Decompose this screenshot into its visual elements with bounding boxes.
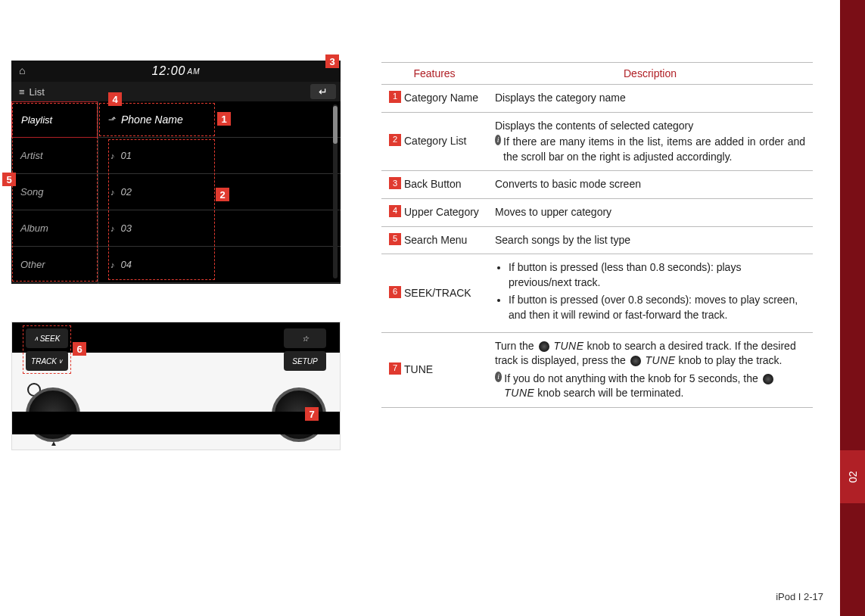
- desc-seek-track: If button is pressed (less than 0.8 seco…: [487, 254, 813, 332]
- info-icon: i: [495, 135, 501, 145]
- left-column: ⌂ 12:00AM ≡ List ↵ Playlist Artist Song …: [11, 61, 352, 450]
- hardware-control-panel: ∧SEEK TRACK∨ ☆ SETUP ▲ 6 7: [11, 322, 341, 450]
- knob-icon: [630, 356, 641, 366]
- info-icon: i: [495, 372, 502, 382]
- track-row-1[interactable]: ♪01: [98, 138, 341, 174]
- track-row-3[interactable]: ♪03: [98, 210, 341, 247]
- phone-name: Phone Name: [121, 114, 183, 126]
- feat-search-menu: 5Search Menu: [381, 226, 487, 254]
- desc-search-menu: Search songs by the list type: [487, 226, 813, 254]
- feat-seek-track: 6SEEK/TRACK: [381, 254, 487, 332]
- back-button[interactable]: ↵: [310, 84, 336, 99]
- track-row-4[interactable]: ♪04: [98, 247, 341, 283]
- note-icon: ♪: [110, 151, 115, 160]
- scrollbar[interactable]: [333, 104, 338, 278]
- desc-category-list: Displays the contents of selected catego…: [487, 112, 813, 171]
- th-features: Features: [381, 63, 487, 85]
- desc-back-button: Converts to basic mode screen: [487, 171, 813, 199]
- list-icon: ≡: [19, 86, 25, 98]
- menu-album[interactable]: Album: [11, 210, 98, 247]
- page-footer: iPod I 2-17: [776, 591, 823, 602]
- setup-button[interactable]: SETUP: [284, 351, 326, 371]
- feat-upper-category: 4Upper Category: [381, 198, 487, 226]
- up-arrow-icon: ⬏: [107, 114, 115, 125]
- track-label: 02: [121, 186, 132, 198]
- track-label: 01: [121, 150, 132, 161]
- seek-button[interactable]: ∧SEEK: [26, 328, 68, 348]
- callout-7: 7: [305, 407, 319, 421]
- infotainment-list-screen: ⌂ 12:00AM ≡ List ↵ Playlist Artist Song …: [11, 61, 341, 284]
- status-bar: ⌂ 12:00AM: [11, 61, 341, 82]
- menu-playlist[interactable]: Playlist: [11, 101, 98, 138]
- clock-ampm: AM: [188, 67, 201, 76]
- knob-icon: [539, 341, 549, 352]
- note-icon: ♪: [110, 260, 115, 269]
- features-table-container: Features Description 1Category Name Disp…: [381, 62, 813, 408]
- title-bar: ≡ List ↵: [11, 82, 341, 101]
- desc-upper-category: Moves to upper category: [487, 198, 813, 226]
- home-icon: ⌂: [19, 64, 26, 76]
- track-label: 04: [121, 259, 132, 270]
- feat-category-name: 1Category Name: [381, 85, 487, 113]
- track-button[interactable]: TRACK∨: [26, 351, 68, 371]
- eject-icon: ▲: [50, 439, 58, 447]
- favorite-button[interactable]: ☆: [284, 328, 326, 348]
- feat-tune: 7TUNE: [381, 332, 487, 407]
- menu-artist[interactable]: Artist: [11, 138, 98, 174]
- desc-category-name: Displays the category name: [487, 85, 813, 113]
- callout-2: 2: [216, 188, 229, 201]
- clock-time: 12:00: [151, 64, 185, 78]
- callout-3: 3: [325, 54, 339, 68]
- note-icon: ♪: [110, 224, 115, 233]
- callout-6: 6: [73, 342, 86, 356]
- menu-other[interactable]: Other: [11, 247, 98, 283]
- note-icon: ♪: [110, 188, 115, 197]
- screen-title: List: [30, 86, 45, 98]
- callout-1: 1: [217, 112, 231, 126]
- feat-back-button: 3Back Button: [381, 171, 487, 199]
- callout-4: 4: [108, 92, 122, 106]
- page-edge-stripe: [840, 0, 865, 616]
- feat-category-list: 2Category List: [381, 112, 487, 171]
- features-table: Features Description 1Category Name Disp…: [381, 62, 813, 408]
- th-description: Description: [487, 63, 813, 85]
- desc-tune: Turn the TUNE knob to search a desired t…: [487, 332, 813, 407]
- track-label: 03: [121, 222, 132, 234]
- callout-5: 5: [2, 173, 16, 186]
- section-tab: 02: [840, 450, 865, 503]
- menu-song[interactable]: Song: [11, 174, 98, 210]
- knob-icon: [763, 374, 773, 384]
- search-menu-column: Playlist Artist Song Album Other: [11, 101, 98, 284]
